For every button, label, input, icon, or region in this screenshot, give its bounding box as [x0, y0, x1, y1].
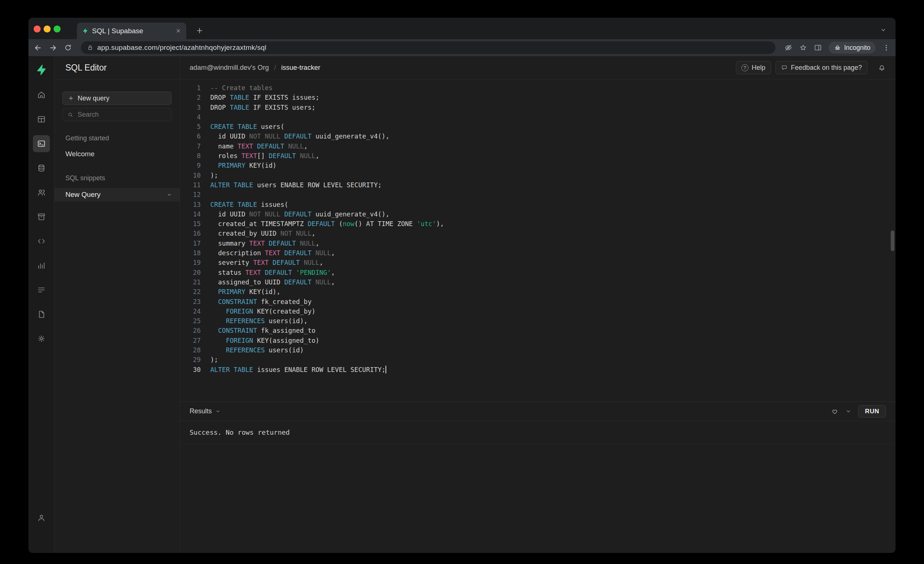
incognito-badge: Incognito: [829, 42, 876, 54]
rail-item-sql-editor[interactable]: [33, 135, 50, 152]
code-line: PRIMARY KEY(id): [210, 161, 444, 170]
supabase-app: SQL Editor New query Getting started Wel…: [28, 56, 896, 553]
code-line: REFERENCES users(id): [210, 346, 444, 355]
minimize-window-button[interactable]: [44, 25, 51, 33]
speech-bubble-icon: [781, 64, 788, 71]
supabase-logo-icon[interactable]: [35, 63, 48, 77]
code-line: CONSTRAINT fk_created_by: [210, 297, 444, 307]
incognito-icon: [834, 44, 841, 51]
code-line: name TEXT DEFAULT NULL,: [210, 141, 444, 151]
line-number: 4: [180, 112, 201, 122]
run-button[interactable]: RUN: [858, 405, 886, 418]
tab-strip: SQL | Supabase: [28, 18, 896, 39]
code-line: DROP TABLE IF EXISTS users;: [210, 103, 444, 112]
line-number: 24: [180, 307, 201, 316]
code-line: );: [210, 355, 444, 365]
line-number: 29: [180, 355, 201, 365]
code-line: [210, 190, 444, 199]
line-number: 9: [180, 161, 201, 170]
browser-toolbar: app.supabase.com/project/azahtnhqohyjerz…: [28, 39, 896, 56]
code-line: id UUID NOT NULL DEFAULT uuid_generate_v…: [210, 132, 444, 141]
new-query-button[interactable]: New query: [63, 91, 171, 105]
rail-item-home[interactable]: [33, 87, 50, 103]
line-number: 25: [180, 316, 201, 326]
rail-item-storage[interactable]: [33, 208, 50, 225]
code-line: [210, 112, 444, 122]
code-lines: -- Create tablesDROP TABLE IF EXISTS iss…: [210, 83, 444, 401]
search-input[interactable]: [77, 111, 167, 119]
rail-item-logs[interactable]: [33, 281, 50, 298]
reload-button[interactable]: [64, 43, 72, 52]
code-line: description TEXT DEFAULT NULL,: [210, 248, 444, 258]
line-number: 30: [180, 365, 201, 374]
rail-item-reports[interactable]: [33, 257, 50, 274]
favorite-heart-icon[interactable]: [831, 407, 838, 415]
rail-item-docs[interactable]: [33, 306, 50, 323]
code-line: CONSTRAINT fk_assigned_to: [210, 326, 444, 335]
zoom-window-button[interactable]: [54, 25, 61, 33]
main-panel: adam@windmill.dev's Org / issue-tracker …: [180, 56, 896, 553]
bookmark-star-icon[interactable]: [799, 43, 807, 52]
line-number: 13: [180, 200, 201, 209]
main-header: adam@windmill.dev's Org / issue-tracker …: [180, 56, 896, 79]
browser-tab[interactable]: SQL | Supabase: [77, 22, 186, 39]
line-number: 27: [180, 336, 201, 346]
code-line: FOREIGN KEY(created_by): [210, 307, 444, 316]
code-line: ALTER TABLE users ENABLE ROW LEVEL SECUR…: [210, 180, 444, 190]
feedback-button[interactable]: Feedback on this page?: [776, 61, 867, 74]
editor-scrollbar[interactable]: [891, 230, 894, 251]
section-label-sql-snippets: SQL snippets: [63, 174, 171, 182]
url-text: app.supabase.com/project/azahtnhqohyjerz…: [97, 43, 267, 52]
line-number: 10: [180, 171, 201, 180]
eye-off-icon[interactable]: [784, 43, 792, 52]
line-number: 22: [180, 287, 201, 296]
rail-item-database[interactable]: [33, 160, 50, 177]
rail-item-account[interactable]: [33, 509, 50, 526]
results-toggle[interactable]: Results: [190, 407, 220, 415]
traffic-lights: [34, 25, 61, 33]
code-line: FOREIGN KEY(assigned_to): [210, 336, 444, 346]
lock-icon: [87, 44, 93, 51]
help-button[interactable]: ? Help: [736, 61, 771, 74]
forward-button[interactable]: [49, 43, 57, 52]
browser-menu-kebab-icon[interactable]: [882, 43, 890, 52]
sidebar-header: SQL Editor: [54, 56, 180, 79]
code-line: assigned_to UUID DEFAULT NULL,: [210, 277, 444, 287]
notifications-bell-icon[interactable]: [878, 64, 886, 72]
line-number: 20: [180, 268, 201, 277]
tab-close-icon[interactable]: [176, 28, 181, 34]
results-bar: Results RUN: [180, 401, 896, 421]
plus-icon: [68, 95, 74, 101]
line-number: 14: [180, 209, 201, 219]
browser-window: SQL | Supabase app.supabase.com/project/…: [28, 18, 896, 553]
breadcrumb-project[interactable]: issue-tracker: [281, 64, 321, 72]
line-number: 5: [180, 122, 201, 132]
rail-item-api[interactable]: [33, 233, 50, 250]
code-line: );: [210, 171, 444, 180]
rail-item-settings[interactable]: [33, 330, 50, 347]
sidebar-item-new-query[interactable]: New Query: [54, 188, 180, 201]
sidebar: SQL Editor New query Getting started Wel…: [54, 56, 180, 553]
code-line: ALTER TABLE issues ENABLE ROW LEVEL SECU…: [210, 365, 444, 374]
tab-search-chevron-icon[interactable]: [878, 24, 889, 36]
side-panel-icon[interactable]: [814, 43, 822, 52]
back-button[interactable]: [34, 43, 42, 52]
breadcrumb: adam@windmill.dev's Org / issue-tracker: [190, 64, 321, 72]
save-dropdown-chevron-icon[interactable]: [845, 408, 852, 414]
close-window-button[interactable]: [34, 25, 40, 33]
address-bar[interactable]: app.supabase.com/project/azahtnhqohyjerz…: [81, 41, 776, 54]
rail-item-table-editor[interactable]: [33, 111, 50, 128]
sql-editor[interactable]: 1234567891011121314151617181920212223242…: [180, 79, 896, 401]
code-line: roles TEXT[] DEFAULT NULL,: [210, 151, 444, 161]
results-message: Success. No rows returned: [180, 421, 896, 444]
page-title: SQL Editor: [65, 63, 107, 73]
breadcrumb-org[interactable]: adam@windmill.dev's Org: [190, 64, 269, 72]
rail-item-auth[interactable]: [33, 184, 50, 201]
sidebar-item-welcome[interactable]: Welcome: [63, 150, 171, 158]
code-line: id UUID NOT NULL DEFAULT uuid_generate_v…: [210, 209, 444, 219]
tab-title: SQL | Supabase: [92, 27, 172, 35]
line-number: 21: [180, 277, 201, 287]
line-number: 2: [180, 93, 201, 102]
code-line: CREATE TABLE users(: [210, 122, 444, 132]
new-tab-button[interactable]: [193, 24, 206, 37]
